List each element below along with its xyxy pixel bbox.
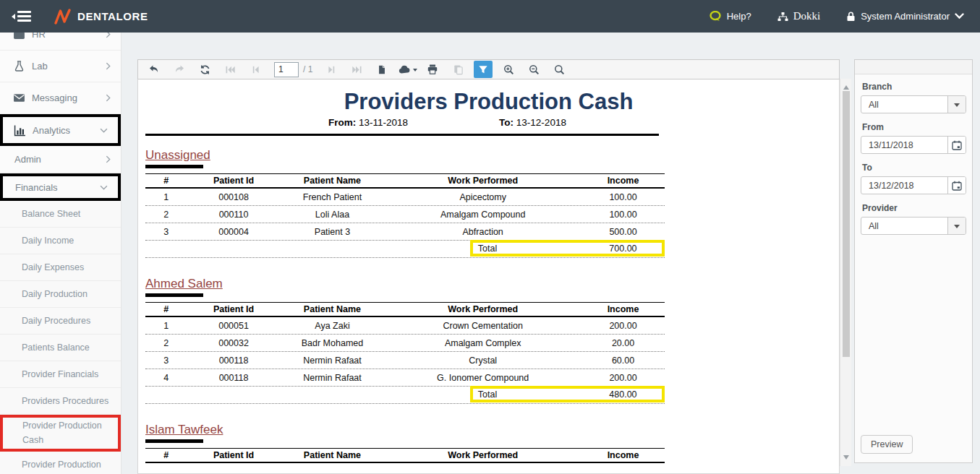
user-name-label: System Administrator — [861, 11, 950, 22]
branch-select[interactable]: All — [861, 95, 966, 113]
table-cell: Apicectomy — [384, 189, 581, 206]
sidebar-item-label: Daily Income — [22, 236, 74, 246]
export-file-button[interactable] — [372, 61, 391, 78]
column-header: # — [145, 303, 187, 316]
undo-icon — [148, 64, 160, 75]
print-page-button[interactable] — [448, 61, 467, 78]
sidebar-item-provider-production[interactable]: Provider Production — [0, 452, 121, 474]
column-header: Work Performed — [384, 303, 581, 316]
sidebar-item-financials[interactable]: Financials — [0, 173, 121, 201]
table-cell: 000110 — [187, 206, 280, 223]
table-row: 3000004Patient 3Abfraction500.00 — [145, 223, 665, 241]
sidebar-item-hr[interactable]: HR — [0, 33, 121, 51]
refresh-button[interactable] — [195, 61, 214, 78]
table-cell: 2 — [145, 335, 187, 352]
from-date-label: From — [862, 122, 966, 132]
sidebar-item-providers-procedures[interactable]: Providers Procedures — [0, 388, 121, 415]
calendar-icon[interactable] — [947, 177, 966, 194]
preview-button[interactable]: Preview — [861, 435, 913, 454]
filter-button[interactable] — [474, 61, 493, 78]
total-highlight-box: Total480.00 — [470, 386, 665, 402]
download-button[interactable] — [398, 61, 417, 78]
sidebar-item-provider-production-cash[interactable]: Provider Production Cash — [0, 415, 121, 452]
sidebar-item-daily-procedures[interactable]: Daily Procedures — [0, 308, 121, 335]
table-cell: 100.00 — [581, 206, 665, 223]
scrollbar-thumb[interactable] — [843, 91, 850, 357]
brand-logo-icon — [54, 9, 72, 25]
table-row: 4000118Nermin RafaatG. Ionomer Compound2… — [145, 369, 665, 387]
zoom-in-icon — [503, 64, 514, 75]
report-page: Providers Production Cash From: 13-11-20… — [137, 79, 840, 474]
redo-button[interactable] — [170, 61, 189, 78]
brand-name: DENTALORE — [77, 10, 148, 22]
flask-icon — [13, 60, 32, 72]
chevron-right-icon — [106, 94, 111, 102]
last-page-icon — [351, 64, 362, 75]
zoom-button[interactable] — [550, 61, 568, 78]
last-page-button[interactable] — [347, 61, 366, 78]
zoom-in-button[interactable] — [499, 61, 518, 78]
sidebar-item-daily-income[interactable]: Daily Income — [0, 228, 121, 254]
table-cell: 60.00 — [581, 352, 665, 369]
sidebar-item-label: Provider Financials — [22, 369, 98, 379]
sidebar-item-label: Daily Production — [22, 289, 88, 299]
sidebar-item-daily-production[interactable]: Daily Production — [0, 281, 121, 308]
sidebar-item-provider-financials[interactable]: Provider Financials — [0, 361, 121, 388]
first-page-icon — [225, 64, 236, 75]
branch-value: All — [861, 100, 947, 110]
print-button[interactable] — [423, 61, 442, 78]
page-count-label: / 1 — [303, 64, 312, 74]
sidebar-item-label: Providers Procedures — [22, 396, 108, 406]
scroll-up-arrow-icon[interactable] — [843, 82, 849, 90]
provider-underline — [145, 293, 203, 297]
total-row: Total700.00 — [145, 240, 665, 257]
prev-page-button[interactable] — [246, 61, 265, 78]
provider-section-islam-tawfeek: Islam Tawfeek#Patient IdPatient NameWork… — [145, 423, 665, 463]
table-row: 1000108French PatientApicectomy100.00 — [145, 189, 665, 206]
to-date-input[interactable]: 13/12/2018 — [861, 176, 966, 194]
help-button[interactable]: Help? — [710, 11, 751, 22]
sidebar-item-messaging[interactable]: Messaging — [0, 82, 121, 114]
table-cell: 200.00 — [581, 317, 665, 335]
branch-menu-button[interactable]: Dokki — [777, 10, 821, 22]
column-header: Patient Id — [187, 303, 280, 316]
calendar-icon[interactable] — [947, 137, 966, 153]
report-scrollbar[interactable] — [840, 79, 851, 466]
sidebar-item-label: Admin — [14, 154, 41, 165]
app-brand[interactable]: DENTALORE — [54, 9, 148, 25]
provider-select[interactable]: All — [861, 217, 966, 235]
branch-label: Dokki — [793, 10, 821, 22]
chevron-down-icon[interactable] — [947, 96, 966, 113]
column-header: Patient Name — [281, 303, 385, 316]
sidebar-toggle-button[interactable] — [9, 9, 31, 24]
sidebar-item-admin[interactable]: Admin — [0, 146, 121, 173]
scroll-down-arrow-icon[interactable] — [843, 455, 849, 462]
refresh-icon — [200, 64, 210, 75]
page-number-input[interactable] — [274, 62, 299, 77]
zoom-out-button[interactable] — [524, 61, 543, 78]
chevron-right-icon — [106, 155, 111, 163]
print-page-icon — [453, 64, 464, 75]
sidebar-item-daily-expenses[interactable]: Daily Expenses — [0, 254, 121, 281]
sidebar-item-patients-balance[interactable]: Patients Balance — [0, 335, 121, 361]
table-cell: Abfraction — [384, 223, 581, 241]
sidebar-item-analytics[interactable]: Analytics — [0, 114, 121, 146]
column-header: Patient Id — [187, 449, 280, 462]
next-page-button[interactable] — [322, 61, 341, 78]
table-cell: Amalgam Compound — [384, 206, 581, 223]
first-page-button[interactable] — [221, 61, 239, 78]
envelope-icon — [13, 92, 32, 104]
sidebar-item-label: HR — [32, 33, 46, 40]
chevron-down-icon — [955, 13, 964, 20]
sidebar-item-balance-sheet[interactable]: Balance Sheet — [0, 201, 121, 228]
report-from-label: From: — [328, 117, 356, 128]
table-header-row: #Patient IdPatient NameWork PerformedInc… — [145, 448, 665, 463]
report-from-value: 13-11-2018 — [359, 117, 408, 128]
undo-button[interactable] — [145, 61, 163, 78]
user-menu-button[interactable]: System Administrator — [846, 11, 964, 22]
from-date-input[interactable]: 13/11/2018 — [861, 136, 966, 154]
help-label: Help? — [727, 11, 751, 22]
sidebar-item-lab[interactable]: Lab — [0, 51, 121, 82]
chevron-down-icon[interactable] — [947, 217, 966, 234]
table-row: 2000032Badr MohamedAmalgam Complex20.00 — [145, 335, 665, 352]
